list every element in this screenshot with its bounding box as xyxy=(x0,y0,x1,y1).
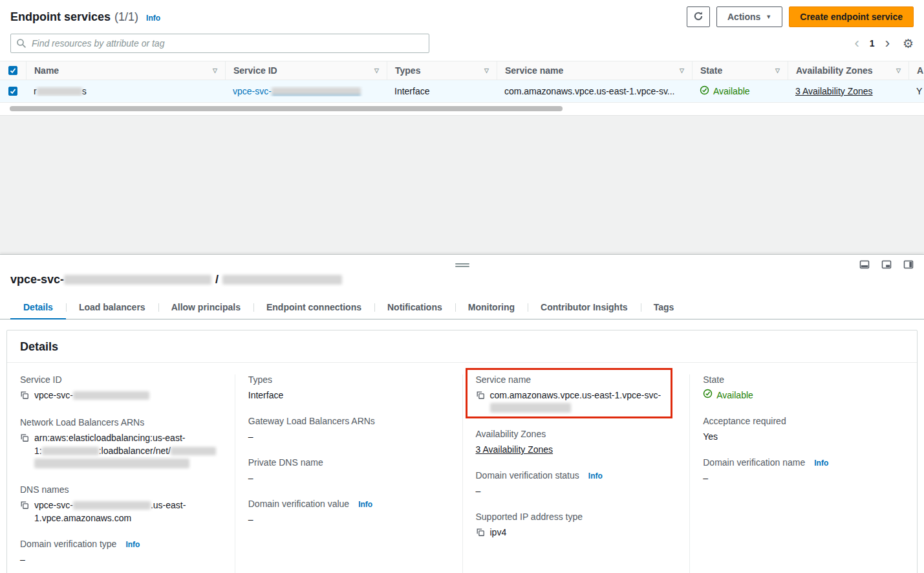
header-actions: Actions ▼ Create endpoint service xyxy=(687,6,914,27)
field-label: State xyxy=(703,374,904,385)
field-service-name: Service name com.amazonaws.vpce.us-east-… xyxy=(476,374,677,415)
field-value: Interface xyxy=(248,389,449,402)
next-page-button[interactable]: › xyxy=(885,36,890,50)
column-header-partial-label: A xyxy=(917,65,923,76)
field-value: arn:aws:elasticloadbalancing:us-east- 1:… xyxy=(20,431,222,470)
horizontal-scrollbar-track xyxy=(0,103,924,111)
info-link[interactable]: Info xyxy=(588,471,603,481)
field-nlb-arns: Network Load Balancers ARNs arn:aws:elas… xyxy=(20,417,222,470)
tab-load-balancers[interactable]: Load balancers xyxy=(66,297,158,319)
availability-zones-popover-link[interactable]: 3 Availability Zones xyxy=(795,86,873,96)
refresh-button[interactable] xyxy=(687,6,710,27)
service-id-link[interactable]: vpce-svc- xyxy=(233,86,361,96)
copy-icon[interactable] xyxy=(20,390,29,403)
redacted-text xyxy=(42,447,99,455)
details-card: Details Service ID vpce-svc- N xyxy=(6,330,918,573)
tab-notifications[interactable]: Notifications xyxy=(374,297,455,319)
filter-triangle-icon[interactable]: ▽ xyxy=(484,67,489,74)
field-label: Acceptance required xyxy=(703,416,904,426)
table-row[interactable]: rs vpce-svc- Interface com.amazonaws.vpc… xyxy=(0,80,924,103)
field-value: Yes xyxy=(703,430,904,443)
column-header-state-label: State xyxy=(700,65,722,76)
tab-tags[interactable]: Tags xyxy=(641,297,687,319)
title-area: Endpoint services (1/1) Info xyxy=(10,10,160,24)
filter-triangle-icon[interactable]: ▽ xyxy=(213,67,217,74)
field-value: – xyxy=(703,471,904,484)
tab-monitoring[interactable]: Monitoring xyxy=(455,297,528,319)
field-value: vpce-svc-.us-east- 1.vpce.amazonaws.com xyxy=(20,499,222,524)
content-background xyxy=(0,115,924,254)
state-available: Available xyxy=(703,389,904,402)
field-value: ipv4 xyxy=(476,526,677,540)
tab-contributor-insights[interactable]: Contributor Insights xyxy=(528,297,641,319)
availability-zones-popover-link[interactable]: 3 Availability Zones xyxy=(476,444,553,455)
tab-details[interactable]: Details xyxy=(10,297,66,319)
cell-partial: Y xyxy=(908,86,924,96)
details-column-3: Service name com.amazonaws.vpce.us-east-… xyxy=(462,374,690,573)
filter-triangle-icon[interactable]: ▽ xyxy=(896,67,901,74)
horizontal-scrollbar[interactable] xyxy=(10,106,563,111)
tab-endpoint-connections[interactable]: Endpoint connections xyxy=(253,297,374,319)
copy-icon[interactable] xyxy=(476,390,485,403)
column-header-types[interactable]: Types ▽ xyxy=(387,61,497,80)
detail-tabs: Details Load balancers Allow principals … xyxy=(0,297,924,319)
state-label: Available xyxy=(713,86,750,96)
redacted-text xyxy=(490,403,571,413)
search-input[interactable] xyxy=(10,34,429,53)
field-types: Types Interface xyxy=(248,374,449,402)
copy-icon[interactable] xyxy=(20,433,29,446)
create-endpoint-service-button[interactable]: Create endpoint service xyxy=(789,6,914,27)
column-header-partial[interactable]: A xyxy=(908,61,924,80)
service-name-value: com.amazonaws.vpce.us-east-1.vpce-svc- xyxy=(490,389,661,415)
column-header-service-id-label: Service ID xyxy=(233,65,277,76)
column-header-name[interactable]: Name ▽ xyxy=(26,61,225,80)
redacted-text xyxy=(73,501,151,510)
table-header-row: Name ▽ Service ID ▽ Types ▽ Service name… xyxy=(0,61,924,80)
field-label: Service ID xyxy=(20,374,222,385)
field-service-id: Service ID vpce-svc- xyxy=(20,374,222,403)
row-checkbox[interactable] xyxy=(8,87,17,96)
column-header-types-label: Types xyxy=(395,65,420,76)
info-link[interactable]: Info xyxy=(814,459,828,468)
panel-position-side-icon[interactable] xyxy=(903,259,914,270)
field-value: – xyxy=(248,513,449,526)
column-header-service-id[interactable]: Service ID ▽ xyxy=(225,61,387,80)
field-availability-zones: Availability Zones 3 Availability Zones xyxy=(476,429,677,456)
copy-icon[interactable] xyxy=(476,527,485,540)
field-acceptance-required: Acceptance required Yes xyxy=(703,416,904,443)
filter-triangle-icon[interactable]: ▽ xyxy=(374,67,379,74)
filter-triangle-icon[interactable]: ▽ xyxy=(680,67,684,74)
info-link[interactable]: Info xyxy=(358,500,372,509)
state-available: Available xyxy=(700,85,780,97)
title-info-link[interactable]: Info xyxy=(146,14,160,23)
panel-title-prefix: vpce-svc- xyxy=(10,273,64,286)
pagination: ‹ 1 › ⚙ xyxy=(855,36,914,50)
details-column-4: State Available Acceptance required xyxy=(689,374,917,573)
panel-position-split-icon[interactable] xyxy=(881,259,892,270)
field-domain-verification-value: Domain verification value Info – xyxy=(248,499,449,526)
column-header-service-name[interactable]: Service name ▽ xyxy=(497,61,692,80)
actions-button[interactable]: Actions ▼ xyxy=(716,6,782,27)
filter-triangle-icon[interactable]: ▽ xyxy=(775,67,780,74)
state-label: Available xyxy=(716,389,753,402)
column-header-availability-zones[interactable]: Availability Zones ▽ xyxy=(788,61,908,80)
column-header-state[interactable]: State ▽ xyxy=(692,61,788,80)
select-all-checkbox[interactable] xyxy=(8,66,17,75)
redacted-text xyxy=(34,459,189,468)
field-value: – xyxy=(248,471,449,484)
column-header-az-label: Availability Zones xyxy=(796,65,873,76)
previous-page-button[interactable]: ‹ xyxy=(855,36,859,50)
preferences-gear-icon[interactable]: ⚙ xyxy=(903,38,914,50)
field-label: Availability Zones xyxy=(476,429,677,439)
field-label: Private DNS name xyxy=(248,457,449,468)
copy-icon[interactable] xyxy=(20,500,29,513)
info-link[interactable]: Info xyxy=(125,540,140,549)
field-label: Domain verification status Info xyxy=(476,470,677,481)
tab-allow-principals[interactable]: Allow principals xyxy=(158,297,253,319)
row-select-cell xyxy=(0,87,26,96)
cell-name-suffix: s xyxy=(82,86,87,96)
panel-position-bottom-icon[interactable] xyxy=(859,259,870,270)
split-panel-drag-handle[interactable] xyxy=(455,261,469,270)
current-page[interactable]: 1 xyxy=(870,38,875,49)
split-panel-controls xyxy=(859,259,914,270)
